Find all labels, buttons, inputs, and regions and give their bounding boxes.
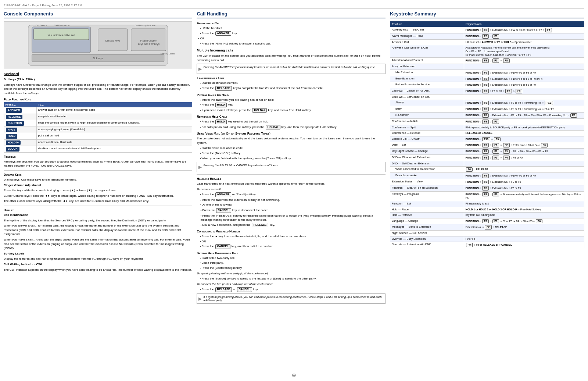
key-separator: ○: [489, 108, 492, 110]
keystroke-text: F2 or F6 or F4 or F8 or F3: [503, 220, 533, 222]
f-key: F6: [545, 28, 552, 32]
key-separator: ○: [473, 168, 476, 171]
ks-table-row: Night Service — Call Answer: [390, 231, 584, 236]
keystroke-fragment: HOLD 1 or HOLD 2 or HOLD 3 OR HOLD4+: [466, 208, 518, 211]
transfer-step-1: Dial the destination number.: [200, 81, 385, 85]
key-separator: ○: [481, 226, 484, 228]
keystroke-text: Extension No.: [492, 71, 508, 74]
keystroke-fragment: FUNCTION: [466, 174, 479, 177]
key-separator: ○: [489, 220, 492, 222]
ks-feature: Busy: [390, 106, 464, 113]
conf-connect-heading: To connect the two parties and drop out …: [197, 282, 385, 286]
dialpad-heading: Dialpad Keys: [4, 173, 192, 177]
ks-table-row: Busy ExtensionFUNCTION ○ F8 ○ Extension …: [390, 76, 584, 82]
key-separator: ○: [508, 71, 511, 74]
ks-keystrokes: FUNCTION ○ F8 ○ Extension No. ○ F10 or F…: [464, 76, 584, 82]
keystroke-text: F9 to speak privately to SOURCE party or…: [466, 126, 565, 129]
ks-feature: Conference — Initiate: [390, 118, 464, 125]
ringer-heading: Ringer Volume Adjustment: [4, 183, 192, 188]
ks-table-row: Extension Status — ViewFUNCTION ○ F8 ○ E…: [390, 179, 584, 185]
ks-table-row: Firmkeys — ProgramsFUNCTION ○ F3 ○ F9 ○ …: [390, 191, 584, 201]
transfer-steps: Dial the destination number. Press the R…: [200, 81, 385, 90]
held-steps: Press the HOLD key used to put the call …: [200, 120, 385, 129]
ks-keystrokes: F8 repeatedly to exit: [464, 201, 584, 207]
key-separator: ○: [489, 29, 492, 31]
table-row: RELEASEcomplete a call transfer: [4, 114, 192, 120]
softkey-labels-heading: Softkey Labels: [4, 252, 192, 256]
f-key: F9: [492, 34, 499, 39]
keystroke-line: Or Place current call on hold, then ○ AN…: [466, 54, 531, 56]
key-separator: ○: [567, 114, 570, 117]
key-separator: ○: [521, 114, 524, 117]
f-key: F9: [492, 192, 499, 197]
keystroke-text: F8 or F9: [511, 114, 521, 117]
console-diagram: >>> indicates active call Dialpad keys S…: [4, 21, 192, 69]
svg-text:>>> indicates active call: >>> indicates active call: [47, 34, 75, 36]
hold-steps: Inform the caller that you are placing h…: [200, 98, 385, 113]
ks-header-keys: Keystrokes: [464, 21, 584, 27]
key-separator: ○: [489, 174, 492, 177]
function-desc: disallow room-to-room calls in a Hotel/M…: [36, 146, 192, 153]
key-separator: ○: [508, 174, 511, 177]
keystroke-text: Extension No.: [492, 114, 508, 117]
keystroke-text: F8 or F5: [513, 156, 523, 159]
ks-keystrokes: FUNCTION ○ F8 ○ Extension No. ○ F6 or F9: [464, 185, 584, 191]
f-key: F8: [482, 180, 489, 184]
f-key: F3: [503, 149, 510, 154]
key-separator: ○: [479, 138, 482, 140]
recall-step-1: Press the ANSWER or [Recall] softkey.: [200, 192, 385, 197]
ks-feature: Busy out Extension: [390, 64, 464, 70]
key-cell: HOLD: [4, 133, 37, 140]
keystroke-text: F8 or F9: [524, 114, 534, 117]
ks-keystrokes: F9 ○ F5 or RELEASE or ○ CANCEL: [464, 242, 584, 248]
function-key: FUNCTION: [6, 121, 24, 126]
f-key: F3: [482, 89, 489, 93]
key-separator: ○: [535, 150, 538, 153]
function-key: RELEASE: [6, 115, 22, 120]
conf-step-1: Start with a two-party call.: [200, 256, 385, 260]
recall-sub-2: Press the [Redial/DST] softkey to redial…: [200, 214, 385, 222]
conf-step-2: Call a third party.: [200, 261, 385, 265]
f-key: F3: [482, 219, 489, 224]
keystroke-fragment: FUNCTION: [466, 90, 479, 92]
key-separator: ○: [546, 114, 549, 117]
ks-table-row: Console Bell — On/OffFUNCTION ○ F10 ○ F9: [390, 136, 584, 142]
keystroke-fragment: ANSWER or F8 or HOLD: [482, 41, 512, 43]
f-key: F2: [505, 89, 512, 93]
ks-keystrokes: FUNCTION ○ F8 ○ Extension No. ○ F8 or F9…: [464, 100, 584, 106]
ks-table-row: Call Fwd — Cancel on All Dest.FUNCTION ○…: [390, 88, 584, 95]
table-row: BLOCKdisallow room-to-room calls in a Ho…: [4, 146, 192, 153]
ks-table-row: Day/Night Service — ChangeFUNCTION ○ F3 …: [390, 149, 584, 155]
f-key: F6: [570, 113, 577, 118]
conf-split-1: Press the [Source] softkey to speak to t…: [200, 277, 385, 281]
key-separator: ○: [479, 174, 482, 177]
correcting-steps: Press the ◄ key to erase the misdialed d…: [200, 234, 385, 249]
answer-key: ANSWER: [215, 31, 231, 36]
cancel-key-3: CANCEL: [237, 287, 252, 292]
ks-table-row: Attendant Absent/PresentFUNCTION ○ F3 ○ …: [390, 58, 584, 64]
key-separator: ○: [508, 181, 511, 183]
ks-table-row: No AnswerFUNCTION ○ F8 ○ Extension No. ○…: [390, 113, 584, 119]
corr-step-2: Press the CANCEL key, and then redial th…: [200, 244, 385, 249]
ks-feature: DND — Clear on All Extensions: [390, 155, 464, 161]
keystroke-text: Extension No.: [492, 102, 508, 104]
key-separator: ○: [521, 108, 524, 110]
svg-text:Softkey Labels: Softkey Labels: [161, 53, 175, 55]
corr-or: OR: [200, 239, 385, 244]
cancel-key-1: CANCEL: [216, 208, 231, 213]
keystroke-text: FW or F6 or F8 or F4 or F7: [511, 29, 542, 31]
ks-feature: Hold — Place: [390, 207, 464, 213]
ks-table-row: Idle ExtensionFUNCTION ○ F5 ○ Extension …: [390, 70, 584, 76]
page-container: 9189-953-011-NA.fm Page 1 Friday, June 2…: [0, 0, 588, 381]
ks-table-row: AlwaysFUNCTION ○ F8 ○ Extension No. ○ F8…: [390, 100, 584, 106]
key-separator: ○: [489, 90, 492, 92]
f-key: F3: [482, 120, 489, 124]
f-key: F8: [482, 101, 489, 105]
function-desc: access additional Hold slots: [36, 139, 192, 146]
ks-feature: Night Service — Call Answer: [390, 231, 464, 236]
hold-step-1: Inform the caller that you are placing h…: [200, 98, 385, 102]
key-separator: ○: [508, 114, 511, 117]
cursor-desc: Cursor Control keys: Press the ◄► keys t…: [4, 194, 192, 198]
multiple-desc: The CWI indicator on the screen tells yo…: [197, 54, 385, 62]
ks-feature: No Answer: [390, 113, 464, 119]
